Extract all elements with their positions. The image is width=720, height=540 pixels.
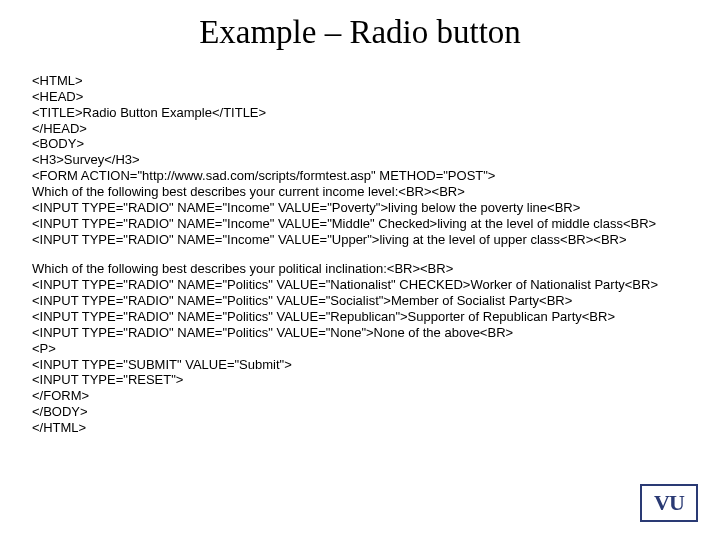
code-line: </BODY>: [32, 404, 692, 420]
code-line: </HEAD>: [32, 121, 692, 137]
code-line: Which of the following best describes yo…: [32, 184, 692, 200]
vu-logo: VU: [640, 484, 698, 522]
code-line: <INPUT TYPE="RADIO" NAME="Politics" VALU…: [32, 293, 692, 309]
code-line: <INPUT TYPE="RADIO" NAME="Income" VALUE=…: [32, 200, 692, 216]
code-line: <INPUT TYPE="RADIO" NAME="Politics" VALU…: [32, 277, 692, 293]
code-line: <INPUT TYPE="SUBMIT" VALUE="Submit">: [32, 357, 692, 373]
code-line: <TITLE>Radio Button Example</TITLE>: [32, 105, 692, 121]
code-line: <BODY>: [32, 136, 692, 152]
code-line: </HTML>: [32, 420, 692, 436]
code-line: <INPUT TYPE="RADIO" NAME="Income" VALUE=…: [32, 216, 692, 232]
code-line: Which of the following best describes yo…: [32, 261, 692, 277]
code-line: <INPUT TYPE="RESET">: [32, 372, 692, 388]
code-line: <HEAD>: [32, 89, 692, 105]
code-line: <H3>Survey</H3>: [32, 152, 692, 168]
code-line: </FORM>: [32, 388, 692, 404]
code-line: <INPUT TYPE="RADIO" NAME="Income" VALUE=…: [32, 232, 692, 248]
code-line: <INPUT TYPE="RADIO" NAME="Politics" VALU…: [32, 325, 692, 341]
code-example-block: <HTML> <HEAD> <TITLE>Radio Button Exampl…: [32, 73, 692, 436]
code-line: <INPUT TYPE="RADIO" NAME="Politics" VALU…: [32, 309, 692, 325]
code-line: <HTML>: [32, 73, 692, 89]
code-line: <FORM ACTION="http://www.sad.com/scripts…: [32, 168, 692, 184]
vu-logo-text: VU: [654, 490, 684, 516]
slide-title: Example – Radio button: [0, 14, 720, 51]
code-line: <P>: [32, 341, 692, 357]
